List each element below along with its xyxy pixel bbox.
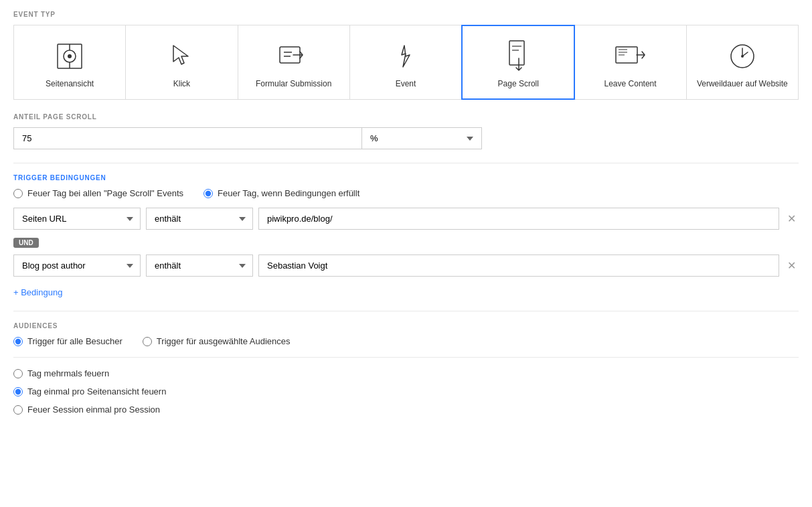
audiences-all-label: Trigger für alle Besucher: [27, 336, 123, 346]
trigger-section: TRIGGER BEDINGUNGEN Feuer Tag bei allen …: [13, 174, 799, 300]
seitenansicht-label: Seitenansicht: [46, 79, 94, 88]
verweildauer-icon: [725, 39, 760, 74]
und-badge: UND: [13, 238, 39, 248]
trigger-all-label: Feuer Tag bei allen "Page Scroll" Events: [27, 188, 183, 198]
fire-radio-once-per-session[interactable]: [13, 405, 23, 415]
event-icon: [388, 39, 423, 74]
scroll-inputs: % px: [13, 127, 482, 149]
divider-2: [13, 311, 799, 311]
fire-radio-multiple[interactable]: [13, 369, 23, 378]
condition-2-remove-button[interactable]: ✕: [785, 257, 799, 275]
audiences-option-all[interactable]: Trigger für alle Besucher: [13, 336, 123, 346]
audiences-radio-all[interactable]: [13, 337, 23, 346]
svg-point-18: [741, 55, 744, 58]
trigger-option-all[interactable]: Feuer Tag bei allen "Page Scroll" Events: [13, 188, 183, 198]
verweildauer-label: Verweildauer auf Website: [697, 79, 788, 88]
audiences-selected-label: Trigger für ausgewählte Audiences: [157, 336, 291, 346]
scroll-label: ANTEIL PAGE SCROLL: [13, 113, 799, 121]
event-type-page-scroll[interactable]: Page Scroll: [461, 25, 575, 100]
klick-icon: [164, 39, 199, 74]
audiences-radio-selected[interactable]: [143, 337, 152, 346]
event-type-seitenansicht[interactable]: Seitenansicht: [14, 25, 126, 99]
trigger-radio-row: Feuer Tag bei allen "Page Scroll" Events…: [13, 188, 799, 198]
condition-row-2: Blog post author Seiten URL enthält ist …: [13, 255, 799, 277]
condition-1-operator-select[interactable]: enthält ist gleich beginnt mit endet mit: [146, 208, 253, 230]
divider-3: [13, 357, 799, 358]
audiences-section: AUDIENCES Trigger für alle Besucher Trig…: [13, 322, 799, 346]
scroll-value-input[interactable]: [13, 127, 361, 149]
audiences-radio-row: Trigger für alle Besucher Trigger für au…: [13, 336, 799, 346]
formular-icon: [276, 39, 311, 74]
event-type-formular[interactable]: Formular Submission: [238, 25, 350, 99]
svg-point-2: [68, 54, 72, 58]
event-type-section: EVENT TYP Seitenansicht: [13, 11, 799, 100]
audiences-label: AUDIENCES: [13, 322, 799, 330]
condition-1-remove-button[interactable]: ✕: [785, 210, 799, 228]
svg-rect-8: [509, 41, 524, 65]
seitenansicht-icon: [52, 39, 87, 74]
trigger-option-conditions[interactable]: Feuer Tag, wenn Bedingungen erfüllt: [204, 188, 359, 198]
trigger-radio-all[interactable]: [13, 189, 23, 198]
condition-1-field-select[interactable]: Seiten URL Blog post author: [13, 208, 141, 230]
fire-radio-group: Tag mehrmals feuern Tag einmal pro Seite…: [13, 368, 799, 415]
condition-2-value-input[interactable]: [258, 255, 779, 277]
condition-2-field-select[interactable]: Blog post author Seiten URL: [13, 255, 141, 277]
scroll-unit-select[interactable]: % px: [361, 127, 482, 149]
leave-content-icon: [613, 39, 648, 74]
event-type-grid: Seitenansicht Klick: [13, 25, 799, 100]
fire-option-multiple[interactable]: Tag mehrmals feuern: [13, 368, 799, 378]
event-type-klick[interactable]: Klick: [126, 25, 238, 99]
event-type-event[interactable]: Event: [350, 25, 462, 99]
fire-multiple-label: Tag mehrmals feuern: [27, 368, 109, 378]
audiences-option-selected[interactable]: Trigger für ausgewählte Audiences: [143, 336, 291, 346]
divider-1: [13, 163, 799, 163]
fire-radio-once-per-pageview[interactable]: [13, 387, 23, 396]
trigger-label: TRIGGER BEDINGUNGEN: [13, 174, 799, 182]
scroll-section: ANTEIL PAGE SCROLL % px: [13, 113, 799, 149]
fire-option-once-per-pageview[interactable]: Tag einmal pro Seitenansicht feuern: [13, 386, 799, 396]
page-scroll-label: Page Scroll: [498, 79, 539, 88]
event-label: Event: [396, 79, 416, 88]
fire-once-per-pageview-label: Tag einmal pro Seitenansicht feuern: [27, 386, 166, 396]
trigger-conditions-label: Feuer Tag, wenn Bedingungen erfüllt: [218, 188, 359, 198]
trigger-radio-conditions[interactable]: [204, 189, 213, 198]
event-type-leave-content[interactable]: Leave Content: [574, 25, 686, 99]
formular-label: Formular Submission: [256, 79, 331, 88]
add-condition-button[interactable]: + Bedingung: [13, 285, 62, 300]
condition-1-value-input[interactable]: [258, 208, 779, 230]
fire-once-per-session-label: Feuer Session einmal pro Session: [27, 405, 160, 415]
und-row: UND: [13, 235, 799, 250]
fire-section: Tag mehrmals feuern Tag einmal pro Seite…: [13, 368, 799, 415]
condition-row-1: Seiten URL Blog post author enthält ist …: [13, 208, 799, 230]
klick-label: Klick: [173, 79, 190, 88]
leave-content-label: Leave Content: [604, 79, 657, 88]
event-type-label: EVENT TYP: [13, 11, 799, 18]
fire-option-once-per-session[interactable]: Feuer Session einmal pro Session: [13, 405, 799, 415]
event-type-verweildauer[interactable]: Verweildauer auf Website: [687, 25, 798, 99]
condition-2-operator-select[interactable]: enthält ist gleich beginnt mit endet mit: [146, 255, 253, 277]
page-scroll-icon: [501, 39, 536, 74]
